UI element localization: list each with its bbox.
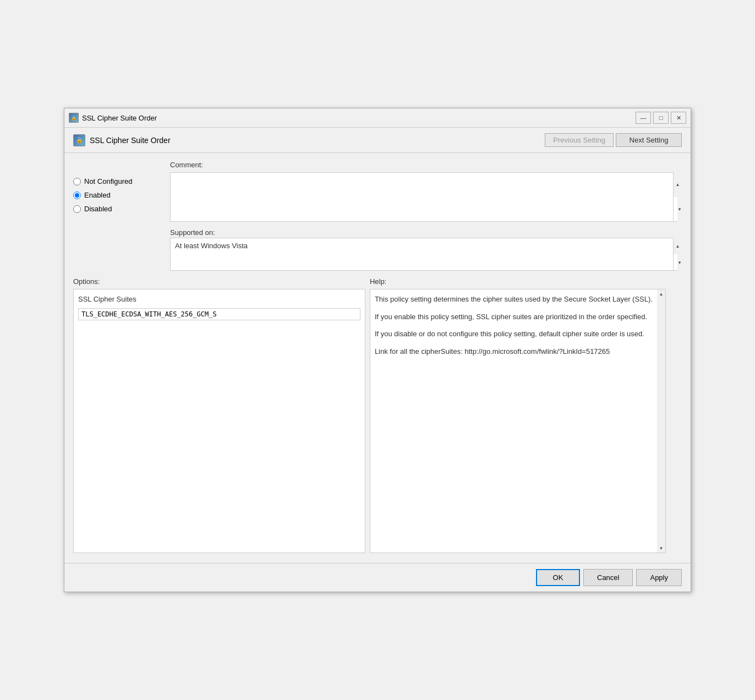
window-icon: 🔒 (69, 113, 79, 123)
top-section: Not Configured Enabled Disabled Comment: (73, 161, 682, 271)
comment-textarea[interactable] (170, 172, 682, 222)
help-para-2: If you enable this policy setting, SSL c… (375, 311, 653, 322)
options-box: SSL Cipher Suites (73, 289, 365, 553)
cipher-suites-input[interactable] (78, 308, 360, 320)
minimize-button[interactable]: — (636, 112, 651, 124)
help-header: Help: (370, 277, 682, 286)
next-setting-button[interactable]: Next Setting (616, 133, 682, 147)
disabled-label: Disabled (84, 205, 112, 213)
supported-scroll-up[interactable]: ▲ (674, 238, 682, 254)
disabled-option[interactable]: Disabled (73, 205, 161, 213)
dialog-title: SSL Cipher Suite Order (90, 136, 171, 145)
cipher-suites-label: SSL Cipher Suites (78, 294, 360, 305)
not-configured-radio[interactable] (73, 178, 81, 185)
ok-button[interactable]: OK (536, 569, 580, 586)
content-area: Not Configured Enabled Disabled Comment: (64, 153, 691, 563)
previous-setting-button[interactable]: Previous Setting (545, 133, 614, 147)
options-header: Options: (73, 277, 365, 286)
main-window: 🔒 SSL Cipher Suite Order — □ ✕ 🔒 SSL Cip… (64, 108, 691, 592)
title-bar-left: 🔒 SSL Cipher Suite Order (69, 113, 157, 123)
supported-scrollbar: ▲ ▼ (673, 238, 682, 271)
enabled-radio[interactable] (73, 192, 81, 199)
comment-scroll-down[interactable]: ▼ (677, 197, 682, 222)
cancel-button[interactable]: Cancel (583, 569, 633, 586)
dialog-header: 🔒 SSL Cipher Suite Order Previous Settin… (64, 128, 691, 153)
dialog-icon: 🔒 (73, 134, 85, 146)
not-configured-option[interactable]: Not Configured (73, 177, 161, 185)
help-para-3: If you disable or do not configure this … (375, 329, 653, 340)
close-button[interactable]: ✕ (671, 112, 686, 124)
supported-box: At least Windows Vista (170, 238, 682, 271)
not-configured-label: Not Configured (84, 177, 132, 185)
supported-section: Supported on: At least Windows Vista ▲ ▼ (170, 228, 682, 271)
help-para-4: Link for all the cipherSuites: http://go… (375, 346, 653, 357)
supported-scroll-down[interactable]: ▼ (677, 254, 682, 271)
help-scroll-track (657, 298, 665, 544)
radio-group: Not Configured Enabled Disabled (73, 161, 161, 271)
comment-scrollbar: ▲ ▼ (673, 172, 682, 222)
apply-button[interactable]: Apply (636, 569, 682, 586)
header-buttons: Previous Setting Next Setting (545, 133, 682, 147)
enabled-option[interactable]: Enabled (73, 191, 161, 199)
maximize-button[interactable]: □ (653, 112, 669, 124)
options-panel: Options: SSL Cipher Suites (73, 277, 365, 553)
comment-section: Comment: ▲ ▼ Supported on: At least Wind… (170, 161, 682, 271)
window-title: SSL Cipher Suite Order (82, 114, 157, 122)
title-bar: 🔒 SSL Cipher Suite Order — □ ✕ (64, 108, 691, 128)
title-bar-controls: — □ ✕ (636, 112, 686, 124)
supported-value: At least Windows Vista (175, 242, 248, 250)
help-panel: Help: This policy setting determines the… (370, 277, 682, 553)
disabled-radio[interactable] (73, 205, 81, 213)
help-para-1: This policy setting determines the ciphe… (375, 294, 653, 305)
help-text: This policy setting determines the ciphe… (375, 294, 653, 357)
comment-scroll-up[interactable]: ▲ (674, 172, 682, 197)
comment-label: Comment: (170, 161, 682, 169)
dialog-title-left: 🔒 SSL Cipher Suite Order (73, 134, 171, 146)
help-scroll-container: This policy setting determines the ciphe… (370, 289, 682, 553)
two-column-section: Options: SSL Cipher Suites Help: This po… (73, 277, 682, 553)
supported-label: Supported on: (170, 228, 682, 237)
help-box: This policy setting determines the ciphe… (370, 289, 657, 553)
enabled-label: Enabled (84, 191, 111, 199)
footer: OK Cancel Apply (64, 563, 691, 592)
help-scrollbar: ▲ ▼ (657, 289, 666, 553)
help-scroll-up[interactable]: ▲ (657, 289, 665, 298)
help-scroll-down[interactable]: ▼ (657, 544, 665, 553)
